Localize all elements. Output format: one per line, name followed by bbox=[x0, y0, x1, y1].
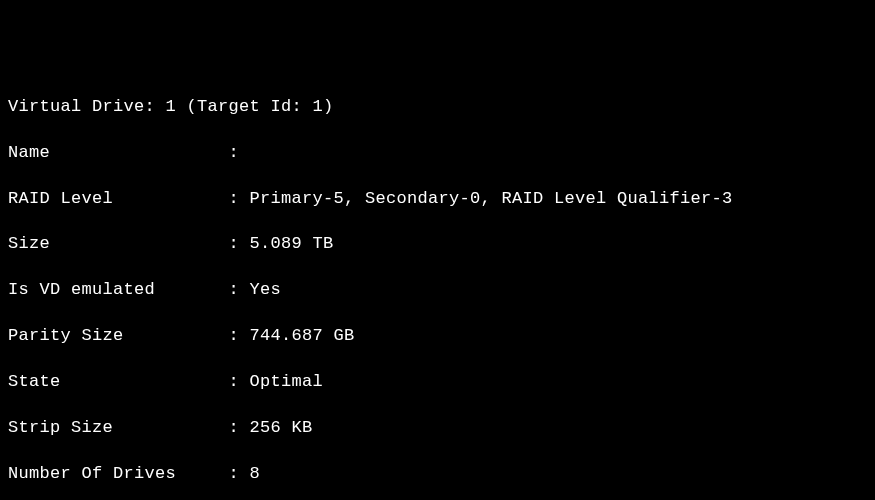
label-size: Size : bbox=[8, 234, 239, 253]
row-parity-size: Parity Size : 744.687 GB bbox=[8, 325, 867, 348]
label-state: State : bbox=[8, 372, 239, 391]
label-number-of-drives: Number Of Drives : bbox=[8, 464, 239, 483]
value-is-vd-emulated: Yes bbox=[239, 280, 281, 299]
label-name: Name : bbox=[8, 143, 239, 162]
label-parity-size: Parity Size : bbox=[8, 326, 239, 345]
row-is-vd-emulated: Is VD emulated : Yes bbox=[8, 279, 867, 302]
label-is-vd-emulated: Is VD emulated : bbox=[8, 280, 239, 299]
value-raid-level: Primary-5, Secondary-0, RAID Level Quali… bbox=[239, 189, 733, 208]
value-parity-size: 744.687 GB bbox=[239, 326, 355, 345]
value-state: Optimal bbox=[239, 372, 323, 391]
row-name: Name : bbox=[8, 142, 867, 165]
label-raid-level: RAID Level : bbox=[8, 189, 239, 208]
virtual-drive-header: Virtual Drive: 1 (Target Id: 1) bbox=[8, 96, 867, 119]
row-number-of-drives: Number Of Drives : 8 bbox=[8, 463, 867, 486]
value-size: 5.089 TB bbox=[239, 234, 334, 253]
row-state: State : Optimal bbox=[8, 371, 867, 394]
value-strip-size: 256 KB bbox=[239, 418, 313, 437]
label-strip-size: Strip Size : bbox=[8, 418, 239, 437]
row-size: Size : 5.089 TB bbox=[8, 233, 867, 256]
row-strip-size: Strip Size : 256 KB bbox=[8, 417, 867, 440]
row-raid-level: RAID Level : Primary-5, Secondary-0, RAI… bbox=[8, 188, 867, 211]
value-number-of-drives: 8 bbox=[239, 464, 260, 483]
